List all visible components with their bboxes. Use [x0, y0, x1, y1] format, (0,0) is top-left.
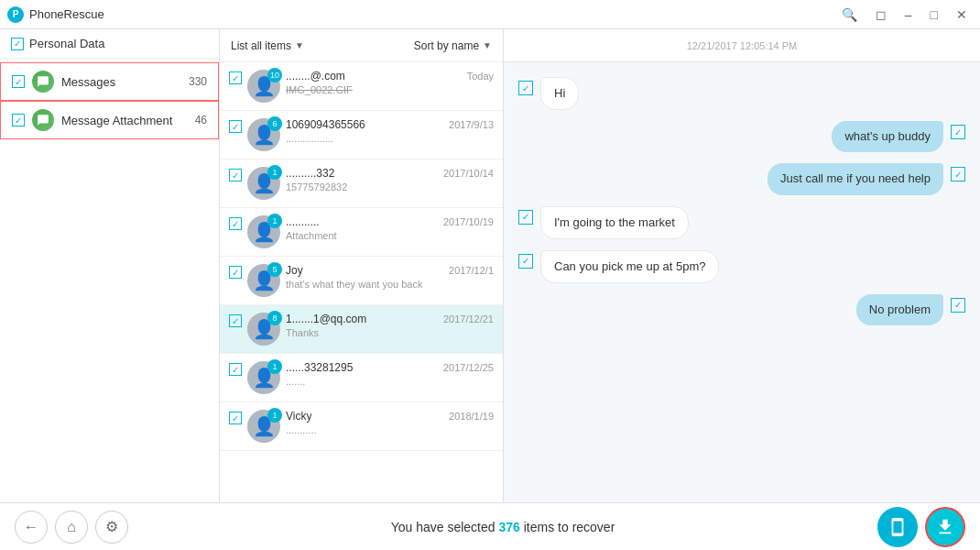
msg-date: 2017/12/21 — [443, 314, 494, 324]
msg-name: ..........332 — [286, 167, 334, 180]
msg-badge: 8 — [267, 311, 282, 325]
sidebar: ✓ Personal Data ✓ Messages 330 ✓ Message… — [0, 29, 220, 502]
window-controls: 🔍 ◻ – □ ✕ — [836, 6, 973, 24]
msg-date: 2017/10/19 — [443, 216, 494, 227]
messages-list: ✓ 👤 10 ........@.com Today IMG_0022.GIF … — [220, 62, 503, 502]
titlebar: P PhoneRescue 🔍 ◻ – □ ✕ — [0, 0, 980, 29]
bottom-status: You have selected 376 items to recover — [391, 520, 615, 534]
message-list-item[interactable]: ✓ 👤 8 1.......1@qq.com 2017/12/21 Thanks — [220, 305, 503, 354]
app-title: PhoneRescue — [29, 7, 104, 21]
chat-msg-check[interactable]: ✓ — [518, 254, 533, 269]
msg-item-check[interactable]: ✓ — [229, 363, 242, 376]
list-all-label: List all items — [231, 39, 291, 52]
message-list-item[interactable]: ✓ 👤 1 Vicky 2018/1/19 ........... — [220, 402, 503, 451]
messages-panel: List all items ▼ Sort by name ▼ ✓ 👤 10 .… — [220, 29, 504, 502]
attachment-label: Message Attachment — [61, 114, 188, 127]
personal-data-check[interactable]: ✓ — [11, 38, 24, 50]
msg-badge: 1 — [267, 359, 282, 374]
msg-date: 2017/12/25 — [443, 362, 494, 373]
msg-name: ........... — [286, 215, 320, 228]
sort-by-name-button[interactable]: Sort by name ▼ — [414, 39, 492, 52]
msg-badge: 1 — [267, 165, 282, 180]
message-list-item[interactable]: ✓ 👤 5 Joy 2017/12/1 that's what they wan… — [220, 257, 503, 305]
msg-date: 2017/9/13 — [449, 119, 494, 130]
msg-content: ..........332 2017/10/14 15775792832 — [286, 167, 494, 192]
chat-bubble: Hi — [540, 77, 579, 110]
bottom-nav: ← ⌂ ⚙ — [15, 511, 128, 544]
status-text: You have selected — [391, 520, 495, 534]
app-logo: P — [7, 6, 24, 23]
chat-message-received: ✓ Can you pick me up at 5pm? — [518, 250, 965, 283]
msg-content: ......33281295 2017/12/25 ....... — [286, 361, 494, 387]
msg-name: 1069094365566 — [286, 118, 365, 131]
msg-item-check[interactable]: ✓ — [229, 314, 242, 327]
msg-item-check[interactable]: ✓ — [229, 217, 242, 230]
personal-data-label: Personal Data — [29, 37, 104, 50]
bottom-bar: ← ⌂ ⚙ You have selected 376 items to rec… — [0, 502, 980, 550]
back-button[interactable]: ← — [15, 511, 48, 544]
sidebar-header: ✓ Personal Data — [0, 29, 219, 59]
msg-preview: ........... — [286, 424, 494, 435]
chat-msg-check[interactable]: ✓ — [518, 81, 533, 95]
msg-badge: 6 — [267, 116, 282, 131]
message-list-item[interactable]: ✓ 👤 6 1069094365566 2017/9/13 ..........… — [220, 111, 503, 160]
chat-msg-check[interactable]: ✓ — [518, 210, 533, 225]
msg-name: ........@.com — [286, 70, 345, 82]
home-button[interactable]: ⌂ — [55, 511, 88, 544]
messages-count: 330 — [189, 75, 207, 88]
device-button[interactable] — [877, 507, 918, 547]
sidebar-item-messages[interactable]: ✓ Messages 330 — [0, 62, 219, 101]
chat-messages: ✓ Hi ✓ what's up buddy ✓ Just call me if… — [504, 62, 980, 502]
chat-msg-check[interactable]: ✓ — [951, 167, 965, 182]
selected-count: 376 — [498, 520, 519, 534]
messages-label: Messages — [61, 75, 181, 89]
msg-content: ........@.com Today IMG_0022.GIF — [286, 70, 494, 95]
msg-preview: IMG_0022.GIF — [286, 84, 494, 95]
message-list-item[interactable]: ✓ 👤 1 ......33281295 2017/12/25 ....... — [220, 354, 503, 402]
maximize-icon[interactable]: □ — [925, 6, 943, 24]
chat-message-sent: ✓ what's up buddy — [518, 121, 965, 152]
messages-toolbar: List all items ▼ Sort by name ▼ — [220, 29, 503, 62]
chat-bubble: what's up buddy — [832, 121, 943, 152]
list-all-button[interactable]: List all items ▼ — [231, 39, 304, 52]
items-label: items to recover — [524, 520, 615, 534]
restore-icon[interactable]: ◻ — [870, 6, 892, 24]
chat-bubble: I'm going to the market — [540, 206, 689, 239]
titlebar-left: P PhoneRescue — [7, 6, 104, 23]
close-icon[interactable]: ✕ — [951, 6, 973, 24]
msg-name: ......33281295 — [286, 361, 353, 374]
msg-item-check[interactable]: ✓ — [229, 120, 242, 133]
message-list-item[interactable]: ✓ 👤 1 ........... 2017/10/19 Attachment — [220, 208, 503, 257]
recover-button[interactable] — [925, 507, 965, 547]
message-list-item[interactable]: ✓ 👤 10 ........@.com Today IMG_0022.GIF — [220, 62, 503, 111]
msg-item-check[interactable]: ✓ — [229, 266, 242, 279]
msg-badge: 1 — [267, 408, 282, 423]
messages-icon — [32, 71, 54, 93]
chat-msg-check[interactable]: ✓ — [951, 125, 965, 139]
messages-check[interactable]: ✓ — [12, 75, 25, 88]
msg-content: ........... 2017/10/19 Attachment — [286, 215, 494, 241]
msg-badge: 10 — [267, 68, 282, 82]
settings-button[interactable]: ⚙ — [95, 511, 128, 544]
msg-item-check[interactable]: ✓ — [229, 169, 242, 182]
msg-item-check[interactable]: ✓ — [229, 412, 242, 424]
chat-panel: 12/21/2017 12:05:14 PM ✓ Hi ✓ what's up … — [504, 29, 980, 502]
attachment-count: 46 — [195, 114, 207, 126]
msg-date: 2017/10/14 — [443, 168, 494, 179]
sidebar-item-attachment[interactable]: ✓ Message Attachment 46 — [0, 101, 219, 139]
chat-message-sent: ✓ Just call me if you need help — [518, 163, 965, 194]
chat-timestamp: 12/21/2017 12:05:14 PM — [687, 40, 797, 51]
chat-message-received: ✓ I'm going to the market — [518, 206, 965, 239]
msg-date: 2017/12/1 — [449, 265, 494, 276]
search-icon[interactable]: 🔍 — [836, 6, 863, 24]
chat-msg-check[interactable]: ✓ — [951, 298, 965, 313]
msg-item-check[interactable]: ✓ — [229, 72, 242, 84]
msg-preview: Attachment — [286, 230, 494, 241]
attachment-check[interactable]: ✓ — [12, 114, 25, 126]
minimize-icon[interactable]: – — [899, 6, 918, 24]
chat-bubble: No problem — [856, 294, 943, 325]
sidebar-items: ✓ Messages 330 ✓ Message Attachment 46 — [0, 59, 219, 143]
chat-message-received: ✓ Hi — [518, 77, 965, 110]
sort-label: Sort by name — [414, 39, 479, 52]
message-list-item[interactable]: ✓ 👤 1 ..........332 2017/10/14 157757928… — [220, 160, 503, 208]
